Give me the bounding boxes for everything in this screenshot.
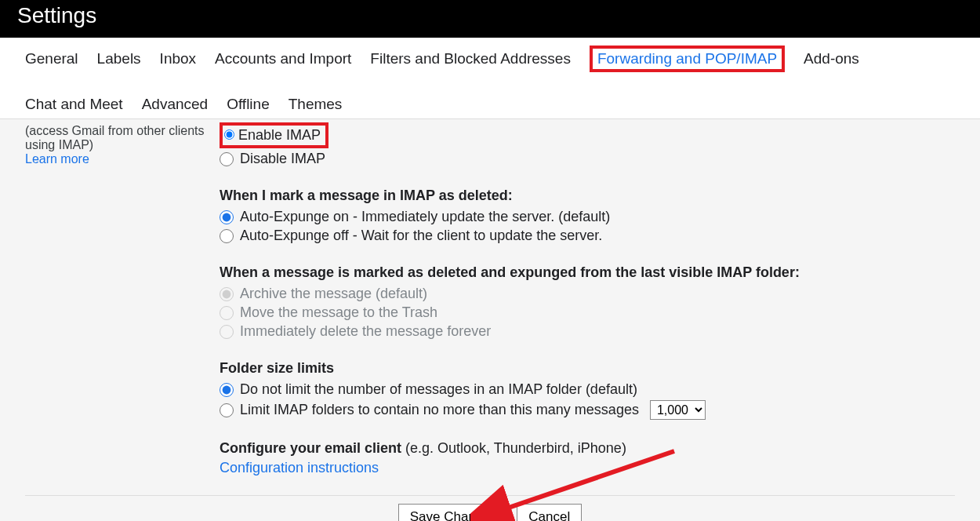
tab-forwarding-pop-imap[interactable]: Forwarding and POP/IMAP [597,50,777,67]
imap-desc-line1: (access Gmail from other clients [25,124,220,138]
tab-themes[interactable]: Themes [289,91,343,118]
disable-imap-radio[interactable] [220,152,234,166]
save-changes-button[interactable]: Save Changes [398,504,510,521]
archive-message-radio [220,287,234,301]
configuration-instructions-link[interactable]: Configuration instructions [220,460,379,476]
delete-forever-radio [220,325,234,339]
settings-tabs: General Labels Inbox Accounts and Import… [0,38,980,118]
tab-labels[interactable]: Labels [97,46,141,72]
auto-expunge-off-radio[interactable] [220,229,234,243]
cancel-button[interactable]: Cancel [517,504,582,521]
auto-expunge-on-label: Auto-Expunge on - Immediately update the… [240,209,610,225]
imap-desc-line2: using IMAP) [25,138,220,152]
auto-expunge-off-label: Auto-Expunge off - Wait for the client t… [240,228,602,244]
configure-client-bold: Configure your email client [220,440,401,456]
tab-inbox[interactable]: Inbox [160,46,196,72]
tab-advanced[interactable]: Advanced [142,91,209,118]
folder-limits-section-title: Folder size limits [220,360,955,377]
imap-settings-column: Enable IMAP Disable IMAP When I mark a m… [220,119,955,476]
move-trash-label: Move the message to the Trash [240,304,437,321]
tab-filters-blocked[interactable]: Filters and Blocked Addresses [370,46,571,72]
archive-message-label: Archive the message (default) [240,286,427,302]
auto-expunge-on-radio[interactable] [220,210,234,224]
no-limit-radio[interactable] [220,383,234,397]
deleted-folder-section-title: When a message is marked as deleted and … [220,264,955,281]
configure-client-rest: (e.g. Outlook, Thunderbird, iPhone) [401,440,626,456]
enable-imap-label: Enable IMAP [238,127,321,143]
enable-imap-radio[interactable] [224,129,234,140]
limit-messages-radio[interactable] [220,403,234,417]
no-limit-label: Do not limit the number of messages in a… [240,381,637,398]
action-buttons-row: Save Changes Cancel [25,495,955,521]
tab-chat-meet[interactable]: Chat and Meet [25,91,123,118]
tab-offline[interactable]: Offline [227,91,270,118]
settings-content: (access Gmail from other clients using I… [0,118,980,521]
page-title: Settings [17,3,96,27]
limit-messages-label: Limit IMAP folders to contain no more th… [240,402,639,418]
tab-addons[interactable]: Add-ons [804,46,859,72]
tab-general[interactable]: General [25,46,78,72]
imap-access-description: (access Gmail from other clients using I… [25,119,220,166]
highlight-forwarding-tab: Forwarding and POP/IMAP [590,46,785,72]
disable-imap-label: Disable IMAP [240,151,325,167]
highlight-enable-imap: Enable IMAP [220,122,328,148]
learn-more-link[interactable]: Learn more [25,152,89,166]
message-limit-select[interactable]: 1,000 [650,400,706,420]
delete-forever-label: Immediately delete the message forever [240,323,491,340]
move-trash-radio [220,306,234,320]
configure-client-row: Configure your email client (e.g. Outloo… [220,440,955,476]
tab-accounts-import[interactable]: Accounts and Import [215,46,351,72]
settings-header: Settings [0,0,980,38]
expunge-section-title: When I mark a message in IMAP as deleted… [220,188,955,204]
